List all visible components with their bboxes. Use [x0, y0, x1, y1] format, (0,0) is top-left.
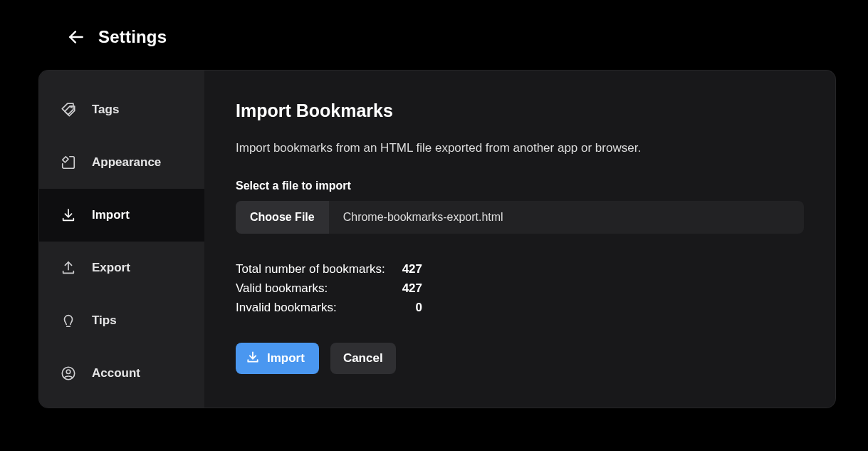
stat-invalid: Invalid bookmarks: 0: [236, 298, 804, 317]
stat-valid: Valid bookmarks: 427: [236, 279, 804, 298]
back-button[interactable]: [67, 28, 85, 46]
account-icon: [61, 366, 76, 381]
sidebar-item-account[interactable]: Account: [39, 347, 204, 400]
sidebar-item-appearance[interactable]: Appearance: [39, 136, 204, 189]
sidebar-item-label: Account: [92, 366, 140, 380]
page-title: Settings: [98, 27, 167, 47]
import-content: Import Bookmarks Import bookmarks from a…: [204, 71, 835, 408]
stat-total-value: 427: [394, 259, 422, 279]
file-picker-row: Choose File Chrome-bookmarks-export.html: [236, 201, 804, 234]
arrow-left-icon: [67, 28, 85, 46]
content-title: Import Bookmarks: [236, 100, 804, 121]
stat-invalid-value: 0: [394, 298, 422, 317]
import-icon: [61, 207, 76, 223]
import-button-label: Import: [267, 351, 305, 366]
svg-point-1: [70, 106, 72, 108]
selected-file-name: Chrome-bookmarks-export.html: [329, 201, 518, 234]
stat-valid-value: 427: [394, 279, 422, 298]
settings-panel: Tags Appearance Import: [38, 70, 836, 408]
choose-file-button[interactable]: Choose File: [236, 201, 329, 234]
settings-header: Settings: [0, 0, 868, 47]
content-description: Import bookmarks from an HTML file expor…: [236, 141, 804, 155]
cancel-button-label: Cancel: [343, 351, 383, 366]
svg-point-7: [66, 370, 70, 374]
sidebar-item-label: Import: [92, 208, 130, 222]
sidebar-item-export[interactable]: Export: [39, 242, 204, 294]
select-file-label: Select a file to import: [236, 180, 804, 192]
sidebar-item-label: Export: [92, 261, 130, 275]
settings-sidebar: Tags Appearance Import: [39, 71, 204, 408]
action-buttons: Import Cancel: [236, 343, 804, 374]
sidebar-item-label: Appearance: [92, 155, 161, 170]
export-icon: [61, 260, 76, 276]
import-icon: [246, 350, 260, 368]
import-button[interactable]: Import: [236, 343, 319, 374]
stat-invalid-label: Invalid bookmarks:: [236, 298, 394, 317]
sidebar-item-label: Tags: [92, 103, 119, 117]
tag-icon: [61, 102, 76, 118]
import-stats: Total number of bookmarks: 427 Valid boo…: [236, 259, 804, 317]
stat-total-label: Total number of bookmarks:: [236, 259, 394, 279]
stat-total: Total number of bookmarks: 427: [236, 259, 804, 279]
appearance-icon: [61, 155, 76, 170]
lightbulb-icon: [61, 313, 76, 328]
cancel-button[interactable]: Cancel: [330, 343, 396, 374]
sidebar-item-tips[interactable]: Tips: [39, 294, 204, 347]
sidebar-item-label: Tips: [92, 313, 117, 328]
sidebar-item-tags[interactable]: Tags: [39, 83, 204, 136]
stat-valid-label: Valid bookmarks:: [236, 279, 394, 298]
sidebar-item-import[interactable]: Import: [39, 189, 204, 242]
